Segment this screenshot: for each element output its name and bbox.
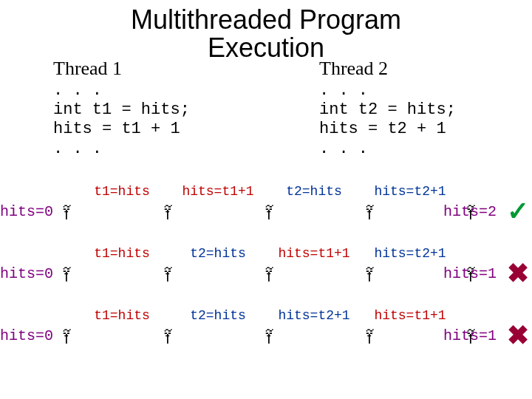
state-mark-icon: ༈ xyxy=(163,202,173,225)
trace-op: t2=hits xyxy=(170,308,266,323)
trace-op-labels: t1=hitst2=hitshits=t2+1hits=t1+1 xyxy=(74,308,458,323)
state-mark-icon: ༈ xyxy=(365,202,375,225)
thread-1-title: Thread 1 xyxy=(53,58,266,80)
trace-op: hits=t1+1 xyxy=(362,308,458,323)
trace-op: hits=t1+1 xyxy=(266,246,362,261)
thread-1-block: Thread 1 . . . int t1 = hits; hits = t1 … xyxy=(0,58,266,160)
trace-result-label: hits=1 xyxy=(443,265,497,282)
cross-icon: ✖ xyxy=(507,258,529,289)
slide-title: Multithreaded Program Execution xyxy=(0,6,532,62)
trace-op: hits=t2+1 xyxy=(362,246,458,261)
execution-traces: hits=0t1=hitshits=t1+1t2=hitshits=t2+1༈༈… xyxy=(0,181,532,360)
state-mark-icon: ༈ xyxy=(265,202,274,225)
trace-start-label: hits=0 xyxy=(0,327,53,344)
trace-op: hits=t1+1 xyxy=(170,184,266,199)
trace-op: t1=hits xyxy=(74,308,170,323)
trace-row: hits=0t1=hitst2=hitshits=t1+1hits=t2+1༈༈… xyxy=(0,243,532,298)
trace-start-label: hits=0 xyxy=(0,203,53,220)
threads-row: Thread 1 . . . int t1 = hits; hits = t1 … xyxy=(0,58,532,160)
state-mark-icon: ༈ xyxy=(265,264,274,287)
state-mark-icon: ༈ xyxy=(365,326,375,349)
state-mark-icon: ༈ xyxy=(163,326,173,349)
trace-state-marks: ༈༈༈༈༈ xyxy=(62,202,476,225)
thread-2-code: . . . int t2 = hits; hits = t2 + 1 . . . xyxy=(319,81,532,160)
cross-icon: ✖ xyxy=(507,320,529,351)
trace-op-labels: t1=hitshits=t1+1t2=hitshits=t2+1 xyxy=(74,184,458,199)
state-mark-icon: ༈ xyxy=(62,326,72,349)
title-line-1: Multithreaded Program xyxy=(131,4,401,35)
trace-op: t1=hits xyxy=(74,184,170,199)
trace-row: hits=0t1=hitst2=hitshits=t2+1hits=t1+1༈༈… xyxy=(0,305,532,360)
trace-state-marks: ༈༈༈༈༈ xyxy=(62,326,476,349)
trace-op: t1=hits xyxy=(74,246,170,261)
thread-2-block: Thread 2 . . . int t2 = hits; hits = t2 … xyxy=(266,58,532,160)
state-mark-icon: ༈ xyxy=(365,264,375,287)
check-icon: ✓ xyxy=(507,196,529,227)
trace-start-label: hits=0 xyxy=(0,265,53,282)
trace-result-label: hits=2 xyxy=(443,203,497,220)
trace-op: t2=hits xyxy=(266,184,362,199)
trace-op: t2=hits xyxy=(170,246,266,261)
trace-op: hits=t2+1 xyxy=(266,308,362,323)
trace-row: hits=0t1=hitshits=t1+1t2=hitshits=t2+1༈༈… xyxy=(0,181,532,236)
trace-state-marks: ༈༈༈༈༈ xyxy=(62,264,476,287)
trace-op-labels: t1=hitst2=hitshits=t1+1hits=t2+1 xyxy=(74,246,458,261)
thread-2-title: Thread 2 xyxy=(319,58,532,80)
state-mark-icon: ༈ xyxy=(62,202,72,225)
state-mark-icon: ༈ xyxy=(265,326,274,349)
trace-result-label: hits=1 xyxy=(443,327,497,344)
state-mark-icon: ༈ xyxy=(163,264,173,287)
trace-op: hits=t2+1 xyxy=(362,184,458,199)
thread-1-code: . . . int t1 = hits; hits = t1 + 1 . . . xyxy=(53,81,266,160)
state-mark-icon: ༈ xyxy=(62,264,72,287)
